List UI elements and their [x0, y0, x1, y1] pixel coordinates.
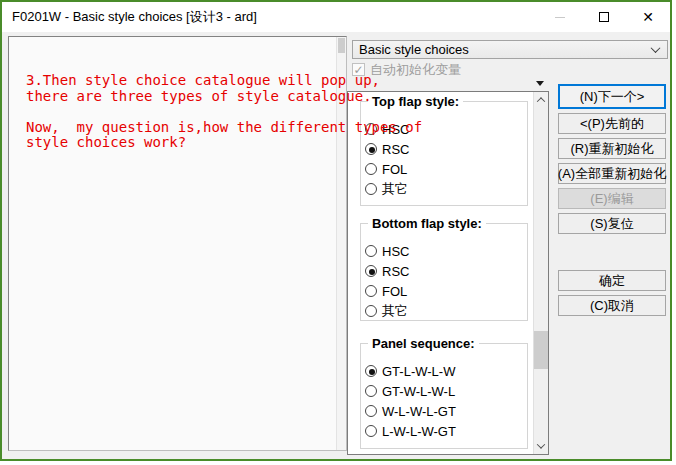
previous-button[interactable]: <(P)先前的: [558, 113, 666, 134]
radio-option-rsc[interactable]: RSC: [361, 261, 527, 281]
radio-option-fol[interactable]: FOL: [361, 281, 527, 301]
reinitialize-button[interactable]: (R)重新初始化: [558, 138, 666, 159]
groupbox-2: Panel sequence:GT-L-W-L-WGT-W-L-W-LW-L-W…: [360, 343, 528, 449]
radio-option-label: HSC: [382, 122, 409, 137]
style-catalogue-value: Basic style choices: [359, 42, 469, 57]
radio-selected-icon: [365, 143, 377, 155]
radio-icon: [365, 425, 377, 437]
close-button[interactable]: ✕: [626, 2, 670, 32]
command-button-column: (N)下一个><(P)先前的(R)重新初始化(A)全部重新初始化(E)编辑(S)…: [558, 84, 666, 316]
reinitialize-all-button[interactable]: (A)全部重新初始化: [558, 163, 666, 184]
radio-option-label: GT-W-L-W-L: [382, 384, 455, 399]
maximize-button[interactable]: [582, 2, 626, 32]
notes-panel: [8, 36, 347, 451]
radio-option-label: GT-L-W-L-W: [382, 364, 455, 379]
groupbox-0: Top flap style:HSCRSCFOL其它: [360, 101, 528, 206]
caption-buttons: ✕: [538, 2, 670, 32]
radio-selected-icon: [365, 365, 377, 377]
radio-option-rsc[interactable]: RSC: [361, 139, 527, 159]
chevron-up-icon: [537, 97, 545, 105]
dialog-window: F0201W - Basic style choices [设计3 - ard]…: [0, 0, 672, 461]
radio-icon: [365, 285, 377, 297]
close-icon: ✕: [642, 10, 654, 24]
radio-icon: [365, 163, 377, 175]
chevron-down-icon: [651, 43, 661, 53]
radio-option-其它[interactable]: 其它: [361, 301, 527, 321]
radio-option-label: HSC: [382, 244, 409, 259]
title-bar: F0201W - Basic style choices [设计3 - ard]…: [2, 2, 670, 32]
radio-option-gt-w-l-w-l[interactable]: GT-W-L-W-L: [361, 381, 527, 401]
scroll-down-button[interactable]: [534, 438, 548, 454]
radio-option-label: FOL: [382, 162, 407, 177]
radio-option-hsc[interactable]: HSC: [361, 241, 527, 261]
chevron-down-icon: [537, 440, 545, 448]
options-scrollbar-thumb[interactable]: [534, 331, 548, 369]
auto-init-checkbox: ✓ 自动初始化变量: [352, 62, 461, 77]
groupbox-1: Bottom flap style:HSCRSCFOL其它: [360, 223, 528, 321]
minimize-icon: [555, 17, 565, 18]
radio-option-label: 其它: [382, 180, 408, 198]
group-label: Panel sequence:: [368, 336, 479, 351]
radio-icon: [365, 385, 377, 397]
radio-option-label: FOL: [382, 284, 407, 299]
next-button[interactable]: (N)下一个>: [558, 84, 666, 109]
group-label: Bottom flap style:: [368, 216, 486, 231]
radio-option-其它[interactable]: 其它: [361, 179, 527, 199]
radio-option-l-w-l-w-gt[interactable]: L-W-L-W-GT: [361, 421, 527, 441]
radio-icon: [365, 245, 377, 257]
radio-icon: [365, 305, 377, 317]
window-title: F0201W - Basic style choices [设计3 - ard]: [2, 8, 257, 26]
options-scrollbar[interactable]: [533, 92, 548, 454]
radio-option-label: L-W-L-W-GT: [382, 424, 456, 439]
radio-icon: [365, 405, 377, 417]
radio-option-w-l-w-l-gt[interactable]: W-L-W-L-GT: [361, 401, 527, 421]
group-label: Top flap style:: [368, 94, 463, 109]
scroll-up-button[interactable]: [534, 92, 548, 108]
radio-icon: [365, 123, 377, 135]
radio-option-hsc[interactable]: HSC: [361, 119, 527, 139]
minimize-button: [538, 2, 582, 32]
radio-selected-icon: [365, 265, 377, 277]
maximize-icon: [599, 12, 609, 22]
auto-init-label: 自动初始化变量: [370, 61, 461, 79]
radio-option-label: RSC: [382, 264, 409, 279]
ok-button[interactable]: 确定: [558, 270, 666, 291]
radio-option-gt-l-w-l-w[interactable]: GT-L-W-L-W: [361, 361, 527, 381]
radio-option-label: 其它: [382, 302, 408, 320]
notes-scrollbar-thumb[interactable]: [338, 38, 345, 53]
dropdown-arrow-icon[interactable]: [536, 81, 544, 86]
edit-button: (E)编辑: [558, 188, 666, 209]
checkbox-icon: ✓: [352, 63, 365, 76]
radio-option-label: RSC: [382, 142, 409, 157]
radio-option-label: W-L-W-L-GT: [382, 404, 456, 419]
style-catalogue-select[interactable]: Basic style choices: [352, 40, 668, 59]
cancel-button[interactable]: (C)取消: [558, 295, 666, 316]
radio-icon: [365, 183, 377, 195]
notes-scrollbar[interactable]: [336, 37, 346, 450]
options-panel: Top flap style:HSCRSCFOL其它Bottom flap st…: [347, 91, 549, 455]
reset-button[interactable]: (S)复位: [558, 213, 666, 234]
check-icon: ✓: [353, 65, 363, 75]
radio-option-fol[interactable]: FOL: [361, 159, 527, 179]
